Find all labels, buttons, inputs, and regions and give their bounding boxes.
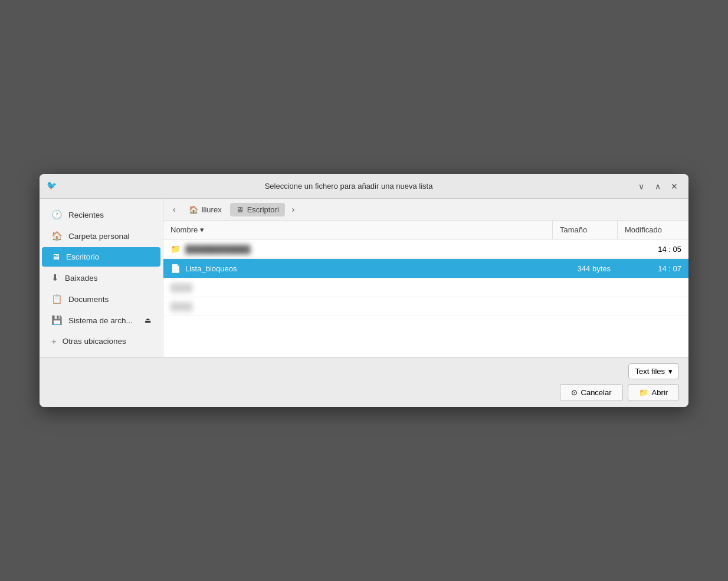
sidebar-item-label: Baixades	[65, 274, 98, 283]
column-modified[interactable]: Modificado	[618, 221, 688, 239]
lliurex-icon: 🏠	[189, 205, 198, 214]
breadcrumb-item-lliurex[interactable]: 🏠 lliurex	[183, 203, 228, 216]
sidebar-item-label: Sistema de arch...	[68, 316, 139, 325]
sidebar: 🕐 Recientes🏠 Carpeta personal🖥 Escritori…	[40, 199, 163, 357]
escritorio-icon: 🖥	[51, 252, 60, 262]
filter-dropdown[interactable]: Text files ▾	[628, 363, 679, 379]
sidebar-item-recientes[interactable]: 🕐 Recientes	[42, 205, 160, 225]
column-name[interactable]: Nombre ▾	[163, 221, 553, 239]
table-row[interactable]: 📄 Lista_bloqueos 344 bytes 14 : 07	[163, 259, 688, 278]
file-name: ████████████	[185, 245, 251, 254]
table-row[interactable]: ████	[163, 297, 688, 316]
otras-icon: +	[51, 336, 57, 346]
open-label: Abrir	[652, 388, 668, 397]
sidebar-item-carpeta-personal[interactable]: 🏠 Carpeta personal	[42, 226, 160, 246]
sidebar-item-sistema[interactable]: 💾 Sistema de arch... ⏏	[42, 310, 160, 330]
file-chooser-dialog: 🐦 Seleccione un fichero para añadir una …	[40, 174, 688, 407]
file-list: 📁 ████████████ 14 : 05 📄 Lista_bloqueos …	[163, 239, 688, 357]
file-modified: 14 : 05	[658, 245, 681, 254]
sidebar-item-label: Documents	[68, 295, 109, 304]
dialog-title: Seleccione un fichero para añadir una nu…	[63, 182, 634, 191]
sistema-icon: 💾	[51, 315, 63, 326]
sidebar-item-label: Escritorio	[66, 252, 99, 261]
documents-icon: 📋	[51, 294, 63, 304]
baixades-icon: ⬇	[51, 273, 59, 283]
file-list-header: Nombre ▾ Tamaño Modificado	[163, 221, 688, 239]
open-icon: 📁	[639, 388, 648, 397]
eject-icon[interactable]: ⏏	[145, 316, 151, 324]
footer-filter: Text files ▾	[49, 363, 679, 379]
escriptori-icon: 🖥	[236, 205, 244, 214]
file-name: Lista_bloqueos	[185, 264, 237, 273]
file-icon: 📁	[170, 244, 181, 254]
column-size[interactable]: Tamaño	[553, 221, 618, 239]
sidebar-item-escritorio[interactable]: 🖥 Escritorio	[42, 247, 160, 267]
cancel-button[interactable]: ⊙ Cancelar	[560, 384, 623, 401]
sidebar-item-label: Otras ubicaciones	[63, 337, 126, 346]
forward-button[interactable]: ›	[288, 202, 299, 216]
filter-arrow-icon: ▾	[668, 367, 673, 376]
file-name: ████	[170, 283, 192, 292]
titlebar: 🐦 Seleccione un fichero para añadir una …	[40, 174, 688, 199]
file-name: ████	[170, 302, 192, 311]
footer: Text files ▾ ⊙ Cancelar 📁 Abrir	[40, 357, 688, 407]
carpeta-personal-icon: 🏠	[51, 231, 63, 241]
minimize-button[interactable]: ∨	[634, 179, 648, 193]
sidebar-item-label: Carpeta personal	[68, 232, 130, 241]
app-icon: 🐦	[47, 180, 58, 192]
cancel-label: Cancelar	[581, 388, 612, 397]
file-toolbar: ‹ 🏠 lliurex🖥 Escriptori ›	[163, 199, 688, 221]
breadcrumb-label: lliurex	[202, 205, 222, 214]
sort-indicator-icon: ▾	[200, 225, 204, 234]
sidebar-item-otras[interactable]: + Otras ubicaciones	[42, 331, 160, 351]
window-controls: ∨ ∧ ✕	[634, 179, 681, 193]
main-content: 🕐 Recientes🏠 Carpeta personal🖥 Escritori…	[40, 199, 688, 357]
cancel-icon: ⊙	[571, 388, 578, 397]
filter-label: Text files	[635, 367, 665, 376]
file-icon: 📄	[170, 264, 181, 273]
breadcrumb-item-escriptori[interactable]: 🖥 Escriptori	[230, 203, 285, 216]
footer-actions: ⊙ Cancelar 📁 Abrir	[49, 384, 679, 401]
back-button[interactable]: ‹	[169, 202, 179, 216]
table-row[interactable]: 📁 ████████████ 14 : 05	[163, 239, 688, 259]
breadcrumb-label: Escriptori	[247, 205, 279, 214]
close-button[interactable]: ✕	[667, 179, 681, 193]
sidebar-item-documents[interactable]: 📋 Documents	[42, 289, 160, 309]
sidebar-item-baixades[interactable]: ⬇ Baixades	[42, 268, 160, 288]
open-button[interactable]: 📁 Abrir	[628, 384, 679, 401]
recientes-icon: 🕐	[51, 209, 63, 220]
breadcrumb: 🏠 lliurex🖥 Escriptori	[183, 203, 285, 216]
file-modified: 14 : 07	[658, 264, 681, 273]
table-row[interactable]: ████	[163, 278, 688, 297]
maximize-button[interactable]: ∧	[651, 179, 665, 193]
file-size: 344 bytes	[578, 264, 611, 273]
sidebar-item-label: Recientes	[68, 211, 104, 219]
file-area: ‹ 🏠 lliurex🖥 Escriptori › Nombre ▾ Tamañ…	[163, 199, 688, 357]
